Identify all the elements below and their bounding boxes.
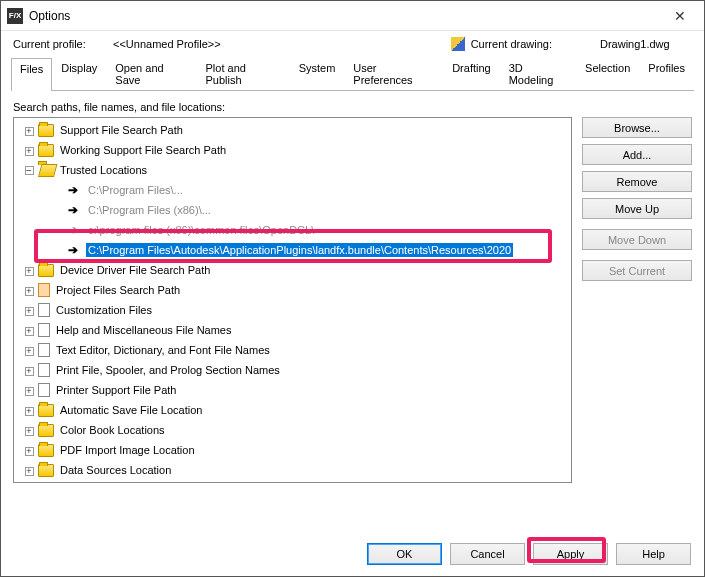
tree-node[interactable]: +Device Driver File Search Path [16,260,571,280]
help-button[interactable]: Help [616,543,691,565]
tab-drafting[interactable]: Drafting [443,57,500,90]
drawing-icon [451,37,465,51]
tab-strip: FilesDisplayOpen and SavePlot and Publis… [11,57,694,91]
tree-node-label: C:\Program Files\Autodesk\ApplicationPlu… [86,243,513,257]
app-icon: F/X [7,8,23,24]
tab-profiles[interactable]: Profiles [639,57,694,90]
expand-icon[interactable]: + [25,267,34,276]
side-button-column: Browse...Add...RemoveMove UpMove DownSet… [582,117,692,483]
add--button[interactable]: Add... [582,144,692,165]
titlebar: F/X Options ✕ [1,1,704,31]
file-icon [38,323,50,337]
expand-icon[interactable]: + [25,427,34,436]
expand-icon[interactable]: + [25,307,34,316]
move-up-button[interactable]: Move Up [582,198,692,219]
ok-button[interactable]: OK [367,543,442,565]
file-icon [38,363,50,377]
remove-button[interactable]: Remove [582,171,692,192]
collapse-icon[interactable]: − [25,166,34,175]
tree-node-label: C:\Program Files (x86)\... [86,203,213,217]
footer-buttons: OKCancelApplyHelp [367,543,691,565]
folder-icon [38,264,54,277]
tree-node[interactable]: +Support File Search Path [16,120,571,140]
tree-node[interactable]: +Automatic Save File Location [16,400,571,420]
tree-node[interactable]: +Text Editor, Dictionary, and Font File … [16,340,571,360]
tree-node[interactable]: +Working Support File Search Path [16,140,571,160]
tab-selection[interactable]: Selection [576,57,639,90]
tree-node[interactable]: +PDF Import Image Location [16,440,571,460]
tree-node-label: Help and Miscellaneous File Names [54,323,233,337]
tree-node-label: Working Support File Search Path [58,143,228,157]
path-arrow-icon: ➔ [66,183,80,197]
current-profile-value: <<Unnamed Profile>> [113,38,221,50]
current-drawing-value: Drawing1.dwg [600,38,670,50]
folder-icon [38,404,54,417]
tab-plot-and-publish[interactable]: Plot and Publish [197,57,290,90]
tab-3d-modeling[interactable]: 3D Modeling [500,57,576,90]
tree-node-label: Device Driver File Search Path [58,263,212,277]
cancel-button[interactable]: Cancel [450,543,525,565]
expand-icon[interactable]: + [25,387,34,396]
tree-node-label: c:\program files (x86)\common files\Open… [86,223,316,237]
folder-icon [38,444,54,457]
expand-icon[interactable]: + [25,287,34,296]
tree-node-label: C:\Program Files\... [86,183,185,197]
tab-files[interactable]: Files [11,58,52,91]
file-icon [38,283,50,297]
expand-icon[interactable]: + [25,347,34,356]
folder-icon [38,424,54,437]
tree-node[interactable]: +Help and Miscellaneous File Names [16,320,571,340]
current-profile-label: Current profile: [13,38,113,50]
close-button[interactable]: ✕ [660,2,700,30]
folder-icon [38,124,54,137]
current-drawing-label: Current drawing: [471,38,552,50]
apply-button[interactable]: Apply [533,543,608,565]
tab-user-preferences[interactable]: User Preferences [344,57,443,90]
tree-node-label: Project Files Search Path [54,283,182,297]
tab-display[interactable]: Display [52,57,106,90]
folder-icon [38,144,54,157]
tree-node-label: Data Sources Location [58,463,173,477]
tree-node-label: Text Editor, Dictionary, and Font File N… [54,343,272,357]
tree-node-label: Color Book Locations [58,423,167,437]
path-arrow-icon: ➔ [66,243,80,257]
expand-icon[interactable]: + [25,147,34,156]
tree-node[interactable]: +Project Files Search Path [16,280,571,300]
folder-icon [38,464,54,477]
folder-open-icon [38,164,54,177]
profile-row: Current profile: <<Unnamed Profile>> Cur… [1,31,704,53]
path-arrow-icon: ➔ [66,223,80,237]
tree-node[interactable]: +Print File, Spooler, and Prolog Section… [16,360,571,380]
section-label: Search paths, file names, and file locat… [13,101,692,113]
move-down-button: Move Down [582,229,692,250]
tree-node[interactable]: ➔c:\program files (x86)\common files\Ope… [16,220,571,240]
expand-icon[interactable]: + [25,447,34,456]
file-icon [38,303,50,317]
tree-node[interactable]: −Trusted Locations [16,160,571,180]
window-title: Options [29,9,660,23]
tree-node[interactable]: ➔C:\Program Files\Autodesk\ApplicationPl… [16,240,571,260]
tab-system[interactable]: System [290,57,345,90]
tree-node-label: Automatic Save File Location [58,403,204,417]
tree-view[interactable]: +Support File Search Path+Working Suppor… [14,118,571,482]
tree-node[interactable]: +Data Sources Location [16,460,571,480]
tree-node[interactable]: ➔C:\Program Files\... [16,180,571,200]
expand-icon[interactable]: + [25,367,34,376]
tab-open-and-save[interactable]: Open and Save [106,57,196,90]
expand-icon[interactable]: + [25,467,34,476]
tree-node[interactable]: +Customization Files [16,300,571,320]
file-icon [38,343,50,357]
tree-node-label: Support File Search Path [58,123,185,137]
file-icon [38,383,50,397]
path-arrow-icon: ➔ [66,203,80,217]
tree-node[interactable]: +Printer Support File Path [16,380,571,400]
expand-icon[interactable]: + [25,127,34,136]
expand-icon[interactable]: + [25,407,34,416]
tree-panel: +Support File Search Path+Working Suppor… [13,117,572,483]
set-current-button: Set Current [582,260,692,281]
expand-icon[interactable]: + [25,327,34,336]
browse--button[interactable]: Browse... [582,117,692,138]
tree-node[interactable]: ➔C:\Program Files (x86)\... [16,200,571,220]
tree-node[interactable]: +Color Book Locations [16,420,571,440]
tree-node-label: PDF Import Image Location [58,443,197,457]
